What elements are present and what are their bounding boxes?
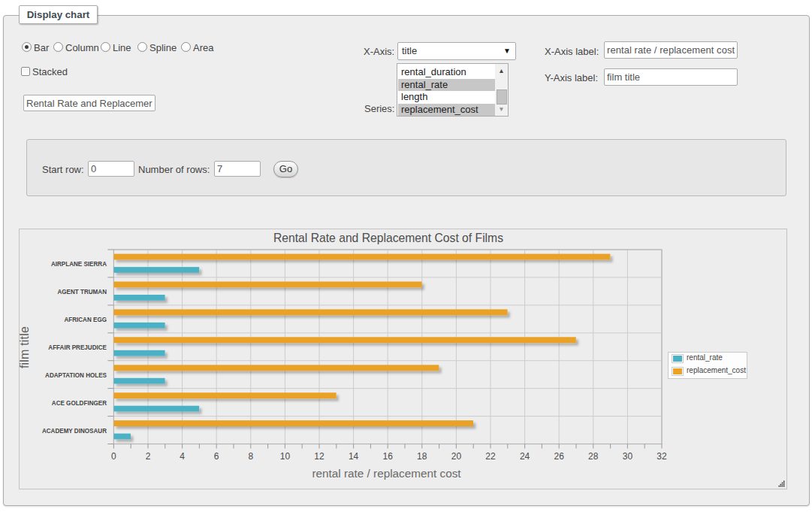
svg-text:AFFAIR PREJUDICE: AFFAIR PREJUDICE (48, 344, 107, 351)
svg-text:Rental Rate and Replacement Co: Rental Rate and Replacement Cost of Film… (273, 232, 503, 244)
svg-text:18: 18 (417, 451, 427, 462)
svg-text:AGENT TRUMAN: AGENT TRUMAN (57, 288, 107, 295)
svg-text:ACE GOLDFINGER: ACE GOLDFINGER (52, 399, 107, 407)
svg-text:6: 6 (214, 451, 219, 462)
svg-text:22: 22 (485, 451, 496, 462)
svg-text:28: 28 (588, 451, 599, 462)
svg-text:film title: film title (20, 326, 31, 368)
svg-text:ADAPTATION HOLES: ADAPTATION HOLES (45, 371, 107, 379)
svg-text:30: 30 (623, 451, 633, 462)
svg-text:AIRPLANE SIERRA: AIRPLANE SIERRA (51, 260, 107, 268)
svg-text:10: 10 (280, 451, 291, 462)
svg-text:26: 26 (554, 451, 565, 462)
svg-text:replacement_cost: replacement_cost (687, 366, 746, 374)
svg-text:24: 24 (520, 451, 530, 462)
svg-text:AFRICAN EGG: AFRICAN EGG (64, 316, 107, 323)
svg-text:rental rate / replacement cost: rental rate / replacement cost (312, 467, 461, 480)
svg-text:14: 14 (349, 451, 359, 462)
svg-text:20: 20 (451, 451, 462, 462)
svg-text:0: 0 (111, 451, 116, 462)
svg-text:16: 16 (383, 451, 394, 462)
svg-text:12: 12 (314, 451, 324, 462)
svg-text:rental_rate: rental_rate (687, 353, 723, 362)
svg-text:32: 32 (657, 451, 667, 462)
svg-text:8: 8 (248, 451, 253, 462)
svg-text:ACADEMY DINOSAUR: ACADEMY DINOSAUR (42, 427, 107, 435)
svg-text:4: 4 (180, 451, 185, 462)
svg-text:2: 2 (146, 451, 151, 462)
